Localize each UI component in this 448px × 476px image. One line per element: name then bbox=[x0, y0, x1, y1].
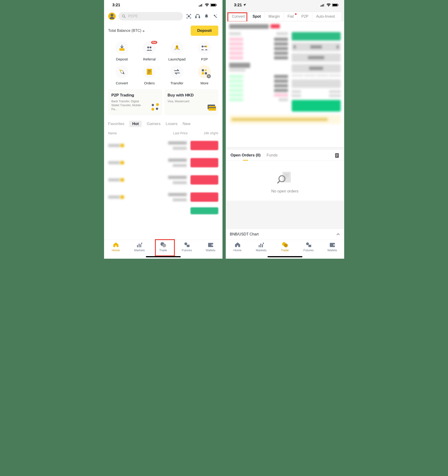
scan-icon[interactable] bbox=[186, 13, 192, 19]
location-icon bbox=[243, 3, 246, 6]
nav-wallets[interactable]: Wallets bbox=[199, 242, 223, 259]
notification-dot bbox=[295, 13, 297, 15]
svg-point-40 bbox=[185, 242, 187, 245]
svg-rect-51 bbox=[338, 4, 338, 6]
svg-point-17 bbox=[176, 46, 177, 47]
nav-wallets[interactable]: Wallets bbox=[320, 242, 344, 259]
markets-icon bbox=[136, 242, 143, 248]
tab-convert[interactable]: Convert bbox=[228, 12, 249, 21]
market-row[interactable] bbox=[108, 206, 218, 214]
svg-rect-36 bbox=[140, 244, 141, 247]
svg-point-72 bbox=[334, 245, 334, 245]
chart-expand-bar[interactable]: BNB/USDT Chart bbox=[226, 229, 344, 240]
referral-icon: Hot bbox=[143, 41, 156, 54]
svg-rect-64 bbox=[262, 244, 263, 247]
tab-gainers[interactable]: Gainers bbox=[147, 122, 161, 126]
shortcut-orders[interactable]: Orders bbox=[136, 65, 163, 85]
status-icons bbox=[199, 4, 217, 7]
market-row[interactable] bbox=[108, 172, 218, 189]
shortcut-p2p[interactable]: P2P bbox=[191, 41, 218, 61]
svg-rect-26 bbox=[205, 72, 207, 74]
nav-home[interactable]: Home bbox=[104, 242, 128, 259]
shortcuts-grid: Deposit Hot Referral Launchpad P2P Conve… bbox=[104, 40, 223, 89]
svg-rect-5 bbox=[211, 4, 216, 6]
deposit-button[interactable]: Deposit bbox=[191, 26, 218, 36]
battery-icon bbox=[332, 4, 339, 7]
p2p-icon bbox=[198, 41, 211, 54]
svg-point-39 bbox=[162, 244, 166, 247]
tab-favorites[interactable]: Favorites bbox=[108, 122, 124, 126]
shortcut-deposit[interactable]: Deposit bbox=[108, 41, 136, 61]
svg-rect-35 bbox=[139, 244, 140, 247]
trade-icon bbox=[160, 242, 167, 248]
market-row[interactable] bbox=[108, 189, 218, 206]
shortcut-referral[interactable]: Hot Referral bbox=[136, 41, 163, 61]
deposit-icon bbox=[115, 41, 129, 54]
tab-hot[interactable]: Hot bbox=[129, 121, 141, 127]
wifi-icon bbox=[205, 4, 209, 7]
search-placeholder: PEPE bbox=[128, 14, 138, 18]
svg-rect-33 bbox=[208, 107, 216, 108]
tab-open-orders[interactable]: Open Orders (0) bbox=[231, 153, 261, 158]
orders-section: Open Orders (0) Funds No open orders bbox=[226, 150, 343, 201]
search-input[interactable]: PEPE bbox=[118, 12, 183, 20]
svg-point-29 bbox=[156, 108, 158, 110]
home-indicator bbox=[146, 256, 181, 257]
shortcut-more[interactable]: ✎ More bbox=[191, 65, 218, 85]
svg-point-13 bbox=[216, 14, 217, 15]
wand-icon[interactable] bbox=[212, 13, 218, 19]
svg-point-18 bbox=[202, 45, 203, 47]
shortcut-launchpad[interactable]: Launchpad bbox=[163, 41, 191, 61]
tab-funds[interactable]: Funds bbox=[267, 153, 278, 158]
svg-rect-0 bbox=[199, 6, 200, 6]
orders-tabs: Open Orders (0) Funds bbox=[226, 150, 343, 161]
shortcut-transfer[interactable]: Transfer bbox=[163, 65, 191, 85]
status-bar: 3:21 bbox=[104, 0, 223, 10]
tab-spot[interactable]: Spot bbox=[249, 12, 265, 21]
tab-p2p[interactable]: P2P bbox=[298, 12, 312, 21]
svg-rect-47 bbox=[323, 4, 324, 6]
svg-rect-32 bbox=[208, 106, 216, 111]
tab-losers[interactable]: Losers bbox=[166, 122, 177, 126]
avatar[interactable] bbox=[108, 12, 116, 20]
bell-icon[interactable] bbox=[203, 13, 209, 19]
rocket-icon bbox=[170, 41, 184, 54]
tab-autoinvest[interactable]: Auto-Invest bbox=[312, 12, 339, 21]
empty-icon bbox=[277, 170, 293, 184]
more-icon: ✎ bbox=[198, 65, 211, 78]
svg-point-67 bbox=[284, 244, 288, 247]
tab-margin[interactable]: Margin bbox=[265, 12, 284, 21]
trade-tabs: Convert Spot Margin Fiat P2P Auto-Invest bbox=[228, 12, 342, 21]
svg-point-15 bbox=[147, 46, 149, 48]
balance-label[interactable]: Total Balance (BTC)▶ bbox=[108, 28, 145, 33]
card-icon bbox=[207, 104, 216, 113]
svg-line-8 bbox=[124, 17, 125, 18]
market-row[interactable] bbox=[108, 155, 218, 172]
market-header: Name Last Price 24h chg% bbox=[104, 130, 223, 137]
status-time: 3:21 bbox=[234, 3, 246, 7]
headset-icon[interactable] bbox=[195, 13, 201, 19]
wifi-icon bbox=[326, 4, 331, 7]
svg-rect-10 bbox=[195, 17, 196, 18]
tab-fiat[interactable]: Fiat bbox=[284, 12, 298, 21]
svg-rect-3 bbox=[202, 4, 203, 6]
status-icons bbox=[320, 4, 339, 7]
market-row[interactable] bbox=[108, 137, 218, 155]
futures-icon bbox=[184, 242, 190, 248]
status-time: 3:21 bbox=[112, 3, 120, 7]
document-icon[interactable] bbox=[335, 153, 339, 159]
svg-rect-69 bbox=[308, 245, 311, 247]
svg-point-16 bbox=[150, 46, 151, 48]
promo-buy[interactable]: Buy with HKD Visa, Mastercard bbox=[164, 89, 218, 115]
nav-home[interactable]: Home bbox=[226, 242, 249, 259]
home-icon bbox=[234, 242, 241, 248]
search-icon bbox=[122, 14, 126, 18]
wallet-icon bbox=[207, 242, 214, 248]
promo-p2p[interactable]: P2P Trading Bank Transfer, Digital Walle… bbox=[108, 89, 162, 115]
shortcut-convert[interactable]: Convert bbox=[108, 65, 136, 85]
svg-rect-14 bbox=[119, 48, 124, 51]
trade-icon bbox=[281, 242, 288, 248]
tab-new[interactable]: New bbox=[183, 122, 190, 126]
balance-row: Total Balance (BTC)▶ Deposit bbox=[104, 22, 223, 40]
signal-icon bbox=[199, 4, 203, 6]
